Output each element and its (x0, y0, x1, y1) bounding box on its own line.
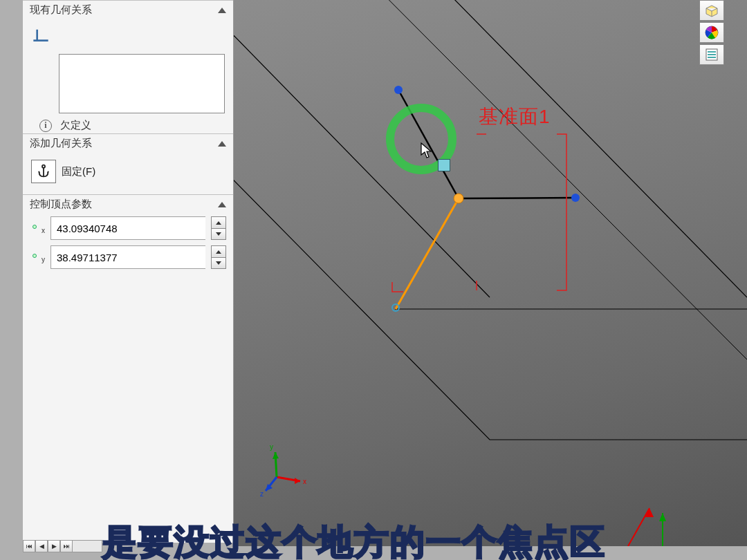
nav-first-button[interactable]: ⏮ (23, 540, 35, 552)
subtitle-caption: 是要没过这个地方的一个焦点区 (102, 519, 606, 560)
section-title: 控制顶点参数 (30, 198, 92, 211)
param-y-input[interactable] (50, 245, 205, 269)
svg-text:x: x (303, 478, 306, 485)
section-header-ctrl[interactable]: 控制顶点参数 (23, 195, 233, 214)
fixed-label: 固定(F) (62, 165, 95, 178)
svg-point-4 (571, 194, 580, 202)
status-row: i 欠定义 (23, 113, 233, 133)
control-point-handle[interactable] (438, 159, 450, 171)
nav-prev-button[interactable]: ◀ (35, 540, 48, 552)
svg-marker-11 (659, 513, 666, 521)
datum-mark (391, 281, 410, 295)
perpendicular-icon (30, 24, 52, 43)
svg-text:y: y (270, 443, 273, 451)
fixed-button[interactable] (31, 160, 56, 183)
section-header-existing[interactable]: 现有几何关系 (23, 1, 233, 19)
section-add-relations: 添加几何关系 固定(F) (23, 133, 233, 194)
bottom-nav-bar: ⏮ ◀ ▶ ⏭ (23, 540, 102, 552)
cube-icon (704, 3, 719, 18)
svg-marker-16 (273, 452, 279, 459)
list-icon (704, 47, 719, 62)
display-pane-button[interactable] (699, 44, 724, 65)
param-x-row: x (23, 214, 233, 243)
param-y-spinner (211, 245, 226, 269)
spin-up-button[interactable] (211, 245, 226, 257)
param-y-row: y (23, 243, 233, 272)
datum-bracket (474, 131, 571, 297)
info-icon: i (39, 120, 52, 132)
svg-point-0 (42, 165, 45, 168)
collapse-icon[interactable] (218, 202, 226, 207)
svg-text:z: z (260, 490, 264, 498)
svg-point-2 (394, 86, 403, 94)
param-x-label: x (30, 224, 45, 232)
appearance-button[interactable] (699, 22, 724, 43)
color-wheel-icon (704, 25, 719, 40)
orientation-triad[interactable]: x y z (256, 442, 311, 498)
status-text: 欠定义 (60, 119, 91, 132)
nav-track[interactable] (73, 540, 102, 552)
view-toolbar (699, 0, 724, 65)
collapse-icon[interactable] (218, 141, 226, 147)
spin-down-button[interactable] (211, 257, 226, 269)
param-x-input[interactable] (50, 216, 205, 240)
section-control-vertex: 控制顶点参数 x y (23, 194, 233, 272)
relations-listbox[interactable] (59, 54, 225, 113)
spin-up-button[interactable] (211, 216, 226, 228)
view-cube-button[interactable] (699, 0, 724, 21)
anchor-icon (36, 164, 51, 179)
param-y-label: y (30, 253, 45, 261)
nav-last-button[interactable]: ⏭ (60, 540, 73, 552)
section-header-add[interactable]: 添加几何关系 (23, 134, 233, 153)
property-panel: 现有几何关系 i 欠定义 添加几何关系 (23, 0, 234, 543)
param-x-spinner (211, 216, 226, 240)
svg-marker-13 (295, 478, 300, 484)
datum-label[interactable]: 基准面1 (479, 104, 551, 130)
svg-point-6 (454, 194, 463, 203)
spin-down-button[interactable] (211, 228, 226, 240)
nav-next-button[interactable]: ▶ (48, 540, 60, 552)
section-title: 添加几何关系 (30, 137, 92, 150)
section-existing-relations: 现有几何关系 i 欠定义 (23, 0, 233, 133)
section-title: 现有几何关系 (30, 3, 92, 17)
svg-line-8 (628, 508, 649, 546)
cursor-icon (421, 142, 433, 159)
collapse-icon[interactable] (218, 8, 226, 13)
